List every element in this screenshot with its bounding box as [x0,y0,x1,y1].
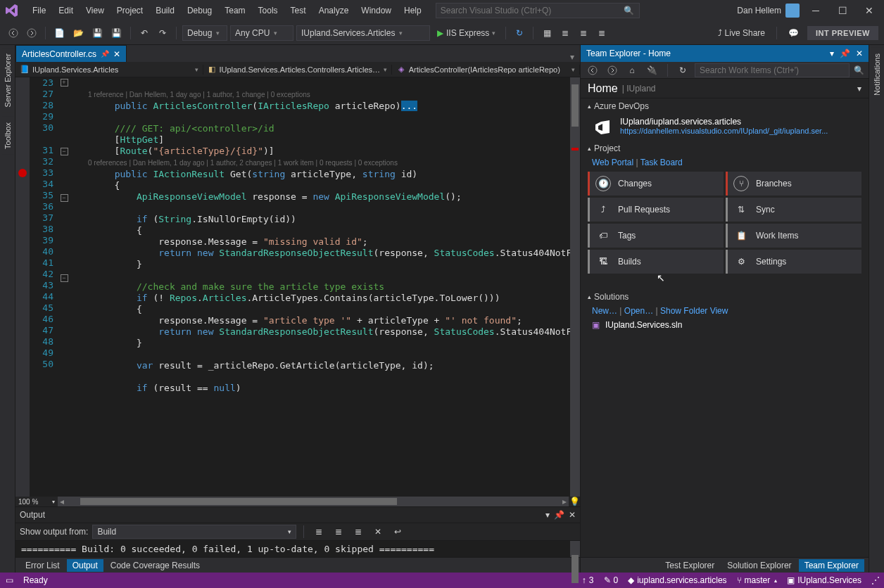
tab-output[interactable]: Output [67,559,103,572]
server-explorer-tab[interactable]: Server Explorer [2,48,13,113]
te-azuredevops-header[interactable]: ▴Azure DevOps [581,98,869,114]
menu-project[interactable]: Project [111,3,149,18]
status-unpushed[interactable]: ↑3 [582,575,594,585]
status-resize-grip[interactable]: ⋰ [871,575,878,585]
te-close-icon[interactable]: ✕ [856,49,863,58]
menu-tools[interactable]: Tools [253,3,284,18]
menu-team[interactable]: Team [219,3,251,18]
doc-tab-overflow[interactable]: ▾ [564,52,580,62]
menu-window[interactable]: Window [355,3,397,18]
menu-test[interactable]: Test [285,3,312,18]
tb-misc4[interactable]: ≣ [594,25,610,41]
tile-tags[interactable]: 🏷Tags [588,224,724,248]
status-tray-icon[interactable]: ▭ [6,575,13,585]
te-search[interactable] [695,63,850,77]
nav-class-combo[interactable]: ◧ IUpland.Services.Articles.Controllers.… [203,65,391,75]
code-body[interactable]: 1 reference | Dan Hellem, 1 day ago | 1 … [70,77,580,497]
tab-solution-explorer[interactable]: Solution Explorer [721,559,797,572]
save-all-button[interactable]: 💾 [108,25,125,41]
toolbox-tab[interactable]: Toolbox [2,117,13,155]
code-editor[interactable]: 2327282930 31323334353637383940414243444… [15,77,580,497]
run-iis-button[interactable]: ▶IIS Express▾ [433,28,500,38]
tile-pull-requests[interactable]: ⤴Pull Requests [588,198,724,222]
menu-file[interactable]: File [27,3,51,18]
te-bc-dropdown[interactable]: ▾ [857,84,861,94]
lightbulb-icon[interactable]: 💡 [569,497,580,506]
status-pending[interactable]: ✎0 [604,575,619,585]
fold-minus-icon-2[interactable]: − [61,194,68,202]
fold-plus-icon[interactable]: + [61,79,68,87]
te-folder-view-link[interactable]: Show Folder View [660,306,728,316]
feedback-button[interactable]: 💬 [785,25,802,41]
tile-builds[interactable]: 🏗Builds [588,250,724,274]
te-open-sln-link[interactable]: Open… [624,306,653,316]
output-vscrollbar[interactable] [570,541,580,557]
tab-error-list[interactable]: Error List [20,559,65,572]
live-share-button[interactable]: ⤴Live Share [715,25,768,41]
menu-edit[interactable]: Edit [53,3,79,18]
output-dropdown-icon[interactable]: ▾ [545,510,550,520]
minimize-button[interactable]: ─ [805,3,826,18]
fold-minus-icon-3[interactable]: − [61,274,68,282]
output-close-icon[interactable]: ✕ [569,510,576,520]
editor-vscrollbar[interactable] [570,77,580,497]
open-file-button[interactable]: 📂 [70,25,87,41]
quick-launch-input[interactable] [441,6,624,15]
startup-project-dropdown[interactable]: IUpland.Services.Articles▾ [296,25,430,41]
tile-branches[interactable]: ⑂Branches [726,172,861,196]
save-button[interactable]: 💾 [89,25,106,41]
output-source-dropdown[interactable]: Build▾ [92,525,296,539]
nav-member-combo[interactable]: ◈ ArticlesController(IArticlesRepo artic… [392,65,580,75]
close-button[interactable]: ✕ [859,3,880,18]
menu-debug[interactable]: Debug [182,3,217,18]
pin-icon[interactable]: 📌 [101,50,109,58]
redo-button[interactable]: ↷ [155,25,170,41]
tab-test-explorer[interactable]: Test Explorer [659,559,720,572]
te-refresh-button[interactable]: ↻ [675,63,690,78]
refresh-button[interactable]: ↻ [512,25,527,41]
te-back-button[interactable] [585,63,600,78]
te-fwd-button[interactable] [605,63,620,78]
tile-settings[interactable]: ⚙Settings [726,250,861,274]
te-project-header[interactable]: ▴Project [581,141,869,156]
doc-tab-articlescontroller[interactable]: ArticlesController.cs 📌 ✕ [15,45,127,62]
menu-view[interactable]: View [80,3,110,18]
output-btn1[interactable]: ≣ [311,524,327,539]
quick-launch[interactable]: 🔍 [436,3,640,18]
te-connect-button[interactable]: 🔌 [644,63,660,78]
te-repo-row[interactable]: IUpland/iupland.services.articles https:… [581,114,869,141]
te-search-input[interactable] [700,65,845,75]
output-wrap-button[interactable]: ↩ [390,524,405,539]
breakpoint-gutter[interactable] [15,77,30,497]
user-badge[interactable]: Dan Hellem [737,4,800,18]
output-clear-button[interactable]: ✕ [370,524,386,539]
output-btn2[interactable]: ≣ [331,524,346,539]
menu-build[interactable]: Build [150,3,180,18]
tb-misc2[interactable]: ≣ [557,25,573,41]
te-home-button[interactable]: ⌂ [624,63,640,78]
tb-misc1[interactable]: ▦ [539,25,555,41]
new-project-button[interactable]: 📄 [51,25,68,41]
nav-project-combo[interactable]: 📘 IUpland.Services.Articles▾ [15,65,203,75]
zoom-dropdown[interactable]: 100 %▾ [15,497,58,506]
te-web-portal-link[interactable]: Web Portal [592,158,633,167]
status-repo[interactable]: ◆iupland.services.articles [628,575,726,585]
tab-code-coverage[interactable]: Code Coverage Results [105,559,206,572]
te-solution-row[interactable]: ▣ IUpland.Services.sln [581,317,869,333]
te-pin-icon[interactable]: 📌 [840,49,850,58]
maximize-button[interactable]: ☐ [832,3,853,18]
editor-hscrollbar[interactable]: ◂▸ [58,497,569,506]
menu-help[interactable]: Help [398,3,427,18]
tab-team-explorer[interactable]: Team Explorer [799,559,864,572]
nav-back-button[interactable] [6,25,21,41]
solution-config-dropdown[interactable]: Debug▾ [182,25,227,41]
output-pin-icon[interactable]: 📌 [554,510,564,520]
output-text[interactable]: ========== Build: 0 succeeded, 0 failed,… [15,541,580,557]
tile-sync[interactable]: ⇅Sync [726,198,861,222]
te-new-sln-link[interactable]: New… [592,306,617,316]
tile-work-items[interactable]: 📋Work Items [726,224,861,248]
notifications-tab[interactable]: Notifications [871,48,883,101]
undo-button[interactable]: ↶ [137,25,152,41]
status-branch[interactable]: ⑂master▴ [737,575,778,585]
fold-minus-icon[interactable]: − [61,148,68,155]
